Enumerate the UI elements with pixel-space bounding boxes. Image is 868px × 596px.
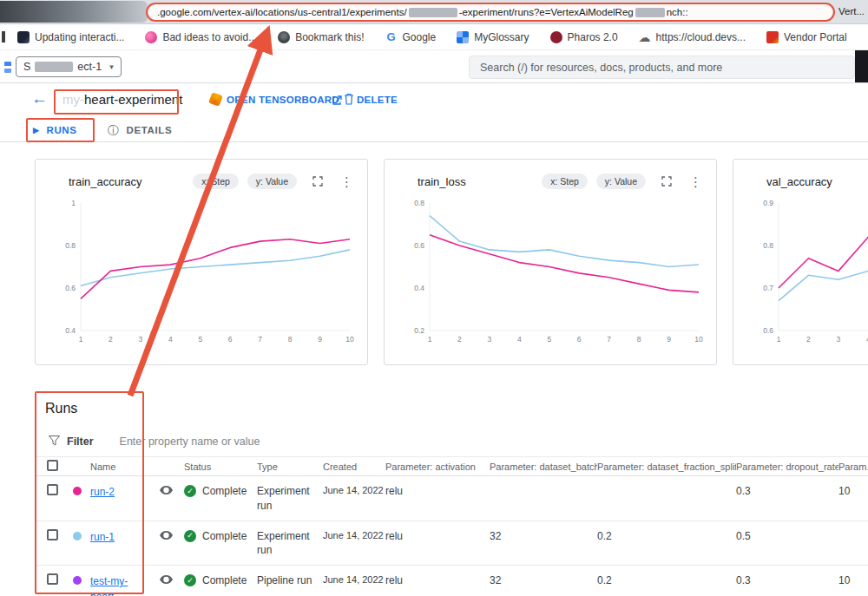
- svg-text:0.6: 0.6: [414, 241, 424, 250]
- run-type: Pipeline run: [257, 573, 323, 596]
- more-options-icon[interactable]: ⋮: [689, 175, 702, 188]
- y-axis-chip[interactable]: y: Value: [596, 174, 646, 189]
- y-axis-chip[interactable]: y: Value: [247, 174, 297, 189]
- chart-plot: 0.40.60.8112345678910: [41, 196, 367, 351]
- run-color-cell: [66, 529, 90, 559]
- bookmark-item[interactable]: MyGlossary: [457, 31, 529, 43]
- column-header: Parameter: dropout_rate: [736, 462, 838, 472]
- run-param: [490, 484, 597, 514]
- url-segment: -experiment/runs?e=VertexAiModelReg: [459, 7, 634, 17]
- redacted-project-name: [35, 62, 73, 72]
- fullscreen-icon[interactable]: [661, 176, 672, 187]
- project-selector[interactable]: S ect-1 ▾: [16, 56, 122, 77]
- tensorboard-icon: [208, 92, 223, 107]
- bookmark-item[interactable]: Pharos 2.0: [550, 31, 618, 43]
- open-tensorboard-button[interactable]: OPEN TENSORBOARD: [227, 95, 339, 105]
- bookmark-label: Google: [403, 31, 437, 43]
- svg-text:5: 5: [547, 335, 551, 344]
- chart-card-val_accuracy: val_accuracyx: Stepy: Value⋮0.60.70.80.9…: [733, 159, 868, 365]
- chart-card-train_loss: train_lossx: Stepy: Value⋮0.20.40.60.812…: [384, 159, 717, 365]
- svg-text:0.8: 0.8: [763, 241, 773, 250]
- back-arrow-icon[interactable]: ←: [31, 90, 48, 107]
- chevron-down-icon: ▾: [109, 62, 114, 71]
- run-param: relu: [385, 484, 490, 514]
- table-row: run-1✓CompleteExperiment runJune 14, 202…: [35, 521, 868, 567]
- run-name-link[interactable]: run-1: [90, 531, 115, 543]
- svg-text:0.8: 0.8: [414, 199, 424, 207]
- tab-runs[interactable]: ▶ RUNS: [33, 119, 77, 141]
- bookmark-item[interactable]: Updating interacti...: [17, 31, 124, 43]
- visibility-cell: [155, 484, 184, 514]
- run-color-cell: [66, 573, 90, 596]
- chart-title: train_accuracy: [69, 175, 142, 188]
- run-param: [838, 529, 868, 559]
- pink-hearts-icon: [145, 31, 157, 43]
- visibility-eye-icon[interactable]: [160, 486, 173, 494]
- row-checkbox[interactable]: [47, 484, 58, 495]
- svg-text:7: 7: [258, 335, 262, 344]
- status-cell: ✓Complete: [184, 484, 257, 514]
- chart-card-train_accuracy: train_accuracyx: Stepy: Value⋮0.40.60.81…: [35, 159, 368, 365]
- bookmark-fragment-icon[interactable]: [2, 31, 5, 43]
- chart-plot: 0.60.70.80.912345678910: [739, 196, 868, 351]
- chart-header: train_accuracyx: Stepy: Value⋮: [36, 160, 367, 189]
- svg-text:3: 3: [139, 335, 143, 344]
- bookmark-item[interactable]: Bad ideas to avoid...: [145, 31, 257, 43]
- checkbox-cell: [35, 573, 66, 596]
- column-header: Type: [257, 462, 323, 472]
- bookmark-item[interactable]: Bookmark this!: [278, 31, 364, 43]
- run-name-link[interactable]: run-2: [90, 486, 115, 498]
- svg-text:0.6: 0.6: [65, 284, 76, 292]
- svg-text:3: 3: [488, 335, 492, 344]
- svg-text:0.4: 0.4: [65, 326, 76, 335]
- svg-text:1: 1: [71, 199, 76, 207]
- column-header: Parameter: dataset_fraction_split: [597, 462, 736, 472]
- run-name-cell: run-2: [90, 484, 155, 514]
- column-header: Created: [323, 462, 385, 472]
- redacted-tab-area: [0, 1, 148, 23]
- url-segment: .google.com/vertex-ai/locations/us-centr…: [157, 7, 407, 17]
- run-created: June 14, 2022: [323, 529, 385, 559]
- svg-text:0.9: 0.9: [763, 199, 773, 207]
- fullscreen-icon[interactable]: [312, 176, 323, 187]
- checkbox-cell: [35, 529, 66, 559]
- bookmark-item[interactable]: GGoogle: [385, 31, 437, 43]
- svg-text:1: 1: [428, 335, 432, 344]
- row-checkbox[interactable]: [47, 529, 58, 540]
- bookmark-label: MyGlossary: [474, 31, 529, 43]
- more-options-icon[interactable]: ⋮: [340, 175, 353, 188]
- globe-dark-icon: [278, 31, 290, 43]
- svg-text:5: 5: [198, 335, 202, 344]
- table-header: NameStatusTypeCreatedParameter: activati…: [35, 457, 868, 476]
- charts-row: train_accuracyx: Stepy: Value⋮0.40.60.81…: [35, 159, 868, 365]
- row-checkbox[interactable]: [47, 573, 58, 585]
- select-all-checkbox[interactable]: [47, 460, 58, 471]
- filter-bar[interactable]: Filter Enter property name or value: [35, 427, 868, 457]
- run-param: 10: [838, 573, 868, 596]
- delete-button[interactable]: DELETE: [357, 95, 398, 105]
- run-param: relu: [385, 529, 490, 559]
- svg-text:0.7: 0.7: [763, 284, 773, 292]
- x-axis-chip[interactable]: x: Step: [193, 174, 239, 189]
- filter-icon: [49, 434, 60, 449]
- tab-details-label: DETAILS: [127, 125, 173, 135]
- chart-title: val_accuracy: [766, 175, 832, 188]
- visibility-eye-icon[interactable]: [160, 575, 173, 584]
- url-bar[interactable]: .google.com/vertex-ai/locations/us-centr…: [148, 3, 832, 21]
- bookmark-label: Updating interacti...: [35, 31, 124, 43]
- search-input[interactable]: Search (/) for resources, docs, products…: [469, 56, 855, 79]
- bookmark-label: Vendor Portal: [784, 31, 847, 43]
- x-axis-chip[interactable]: x: Step: [542, 174, 588, 189]
- svg-text:2: 2: [806, 335, 811, 344]
- visibility-eye-icon[interactable]: [160, 531, 173, 540]
- checkbox-header-cell: [35, 460, 66, 473]
- gcp-header: S ect-1 ▾ Search (/) for resources, docs…: [0, 50, 868, 83]
- run-type: Experiment run: [257, 484, 323, 514]
- tab-details[interactable]: ⓘ DETAILS: [108, 119, 172, 141]
- bookmark-item[interactable]: ☁https://cloud.devs...: [639, 31, 746, 43]
- red-badge-icon: [766, 31, 779, 43]
- svg-text:0.2: 0.2: [414, 326, 424, 335]
- run-name-link[interactable]: test-my-heart-experiment-pipeline-run: [90, 575, 145, 596]
- tab-runs-label: RUNS: [47, 125, 77, 135]
- bookmark-item[interactable]: Vendor Portal: [766, 31, 847, 43]
